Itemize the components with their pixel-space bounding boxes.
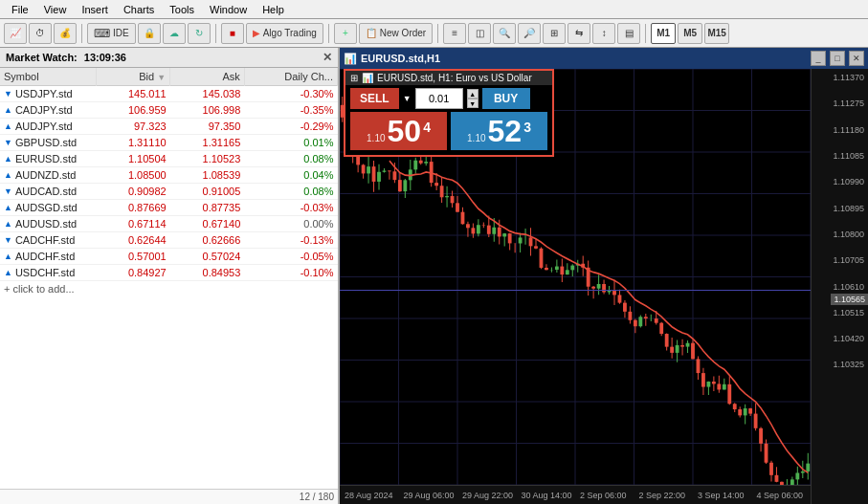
symbol-cell: ▲ USDCHF.std — [0, 265, 96, 281]
candle-body — [795, 472, 799, 479]
template-btn[interactable]: ▤ — [617, 23, 640, 44]
table-row[interactable]: ▲ CADJPY.std 106.959 106.998 -0.35% — [0, 102, 338, 119]
candle-body — [759, 428, 763, 444]
current-price-line — [340, 290, 811, 291]
symbol-name: AUDSGD.std — [15, 202, 78, 213]
col-bid[interactable]: Bid ▼ — [96, 68, 170, 86]
table-row[interactable]: ▲ USDCHF.std 0.84927 0.84953 -0.10% — [0, 265, 338, 281]
candle-body — [362, 164, 366, 173]
candle-body — [529, 237, 533, 246]
table-row[interactable]: ▼ GBPUSD.std 1.31110 1.31165 0.01% — [0, 135, 338, 151]
change-value: 0.01% — [244, 135, 337, 151]
scroll-btn[interactable]: ⇆ — [568, 23, 590, 44]
tf-m15[interactable]: M15 — [704, 23, 729, 44]
ask-value: 106.998 — [170, 102, 245, 119]
add-symbol-btn[interactable]: + click to add... — [0, 281, 338, 296]
zoom-out-btn[interactable]: 🔍 — [493, 23, 516, 44]
table-row[interactable]: ▲ AUDNZD.std 1.08500 1.08539 0.04% — [0, 167, 338, 184]
price-level-label: 1.11180 — [833, 125, 864, 135]
ask-value: 0.84953 — [170, 265, 245, 281]
col-ask: Ask — [170, 68, 245, 86]
lot-increase-btn[interactable]: ▲ — [467, 89, 479, 99]
ask-value: 1.31165 — [170, 135, 245, 151]
new-chart-btn[interactable]: 📈 — [4, 23, 27, 44]
tf-m5[interactable]: M5 — [678, 23, 702, 44]
market-watch-header: Market Watch: 13:09:36 ✕ — [0, 48, 338, 68]
bid-value: 0.57001 — [96, 249, 170, 265]
price-axis: 1.113701.112751.111801.110851.109901.108… — [811, 69, 868, 504]
menu-charts[interactable]: Charts — [116, 2, 162, 17]
sep2 — [215, 24, 216, 43]
ide-btn[interactable]: ⌨ IDE — [87, 23, 136, 44]
bid-value: 0.67114 — [96, 216, 170, 232]
market-watch-close-btn[interactable]: ✕ — [323, 51, 332, 64]
price-level-label: 1.10325 — [833, 360, 864, 369]
table-row[interactable]: ▲ AUDCHF.std 0.57001 0.57024 -0.05% — [0, 249, 338, 265]
menu-view[interactable]: View — [36, 2, 75, 17]
chart-minimize-btn[interactable]: _ — [811, 51, 826, 66]
candle-body — [754, 414, 758, 428]
candle-body — [706, 382, 710, 387]
market-table: Symbol Bid ▼ Ask Daily Ch... ▼ USDJPY.st… — [0, 68, 338, 281]
timeframe-btn[interactable]: ⏱ — [29, 23, 52, 44]
lot-size-input[interactable] — [415, 88, 463, 109]
table-row[interactable]: ▲ AUDSGD.std 0.87669 0.87735 -0.03% — [0, 200, 338, 216]
chart-type-btn[interactable]: ≡ — [443, 23, 466, 44]
price-level-label: 1.10420 — [833, 334, 864, 343]
ask-value: 0.67140 — [170, 216, 245, 232]
zoom-in-btn[interactable]: ◫ — [468, 23, 491, 44]
symbol-name: AUDCHF.std — [15, 251, 75, 262]
menu-insert[interactable]: Insert — [74, 2, 116, 17]
direction-arrow: ▲ — [4, 252, 12, 261]
table-row[interactable]: ▲ AUDJPY.std 97.323 97.350 -0.29% — [0, 119, 338, 135]
buy-price-box[interactable]: 1.10 52 3 — [451, 112, 547, 150]
menu-window[interactable]: Window — [202, 2, 255, 17]
sell-price-box[interactable]: 1.10 50 4 — [350, 112, 447, 150]
new-order-btn[interactable]: 📋 New Order — [359, 23, 433, 44]
zoom-out2-btn[interactable]: 🔎 — [518, 23, 541, 44]
lot-spinner: ▲ ▼ — [467, 89, 479, 108]
candle-body — [676, 345, 679, 353]
time-label: 28 Aug 2024 — [345, 491, 393, 500]
candle-body — [508, 233, 512, 243]
table-row[interactable]: ▼ USDJPY.std 145.011 145.038 -0.30% — [0, 86, 338, 102]
chart-maximize-btn[interactable]: □ — [830, 51, 845, 66]
time-label: 2 Sep 06:00 — [580, 491, 627, 500]
stop-btn[interactable]: ■ — [221, 23, 244, 44]
chart-close-btn[interactable]: ✕ — [849, 51, 864, 66]
buy-button[interactable]: BUY — [482, 88, 530, 109]
candle-body — [392, 171, 396, 180]
menubar: File View Insert Charts Tools Window Hel… — [0, 0, 868, 19]
grid-btn[interactable]: ⊞ — [543, 23, 566, 44]
candle-body — [597, 284, 601, 289]
candle-body — [638, 317, 642, 326]
indicators-btn[interactable]: 💰 — [54, 23, 77, 44]
sell-button[interactable]: SELL — [350, 88, 399, 109]
table-row[interactable]: ▲ AUDUSD.std 0.67114 0.67140 0.00% — [0, 216, 338, 232]
menu-tools[interactable]: Tools — [162, 2, 202, 17]
chart-icon: 📊 — [344, 53, 357, 65]
menu-file[interactable]: File — [4, 2, 36, 17]
plus-btn[interactable]: + — [334, 23, 357, 44]
algo-trading-btn[interactable]: ▶ Algo Trading — [246, 23, 323, 44]
candle-body — [686, 343, 690, 347]
lot-decrease-btn[interactable]: ▼ — [467, 99, 479, 108]
symbol-count: 12 / 180 — [300, 492, 334, 502]
candle-body — [748, 408, 752, 414]
tf-m1[interactable]: M1 — [651, 23, 676, 44]
table-row[interactable]: ▼ AUDCAD.std 0.90982 0.91005 0.08% — [0, 184, 338, 200]
sell-dropdown-icon[interactable]: ▼ — [403, 94, 412, 103]
menu-help[interactable]: Help — [255, 2, 292, 17]
price-level-label: 1.10515 — [833, 308, 864, 318]
bid-value: 1.31110 — [96, 135, 170, 151]
period-btn[interactable]: ↕ — [592, 23, 615, 44]
candle-body — [540, 249, 544, 268]
table-row[interactable]: ▼ CADCHF.std 0.62644 0.62666 -0.13% — [0, 232, 338, 249]
cloud-btn[interactable]: ☁ — [163, 23, 186, 44]
table-row[interactable]: ▲ EURUSD.std 1.10504 1.10523 0.08% — [0, 151, 338, 167]
refresh-btn[interactable]: ↻ — [188, 23, 211, 44]
market-watch-panel: Market Watch: 13:09:36 ✕ Symbol Bid ▼ As… — [0, 48, 340, 504]
direction-arrow: ▼ — [4, 186, 12, 196]
lock-btn[interactable]: 🔒 — [138, 23, 161, 44]
main-layout: Market Watch: 13:09:36 ✕ Symbol Bid ▼ As… — [0, 48, 868, 504]
